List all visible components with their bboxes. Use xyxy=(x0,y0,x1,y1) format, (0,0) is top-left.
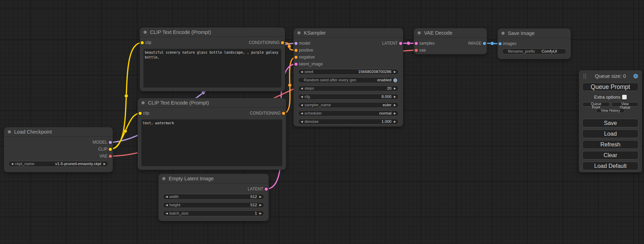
increment-arrow-icon[interactable]: ▶ xyxy=(394,102,396,108)
node-ksampler[interactable]: KSamplermodelLATENTpositivenegativelaten… xyxy=(294,28,403,126)
queue-panel: Queue size: 0 Queue Prompt Extra options… xyxy=(579,70,642,172)
ksampler-steps-widget[interactable]: ◀steps20▶ xyxy=(298,85,399,91)
clip-text-encode-negative-output-CONDITIONING-port[interactable] xyxy=(282,112,285,115)
widget-label: cfg xyxy=(305,94,310,99)
link-midpoint-dot[interactable] xyxy=(491,42,494,45)
ksampler-denoise-widget[interactable]: ◀denoise1.000▶ xyxy=(298,119,399,125)
node-ports: LATENT xyxy=(159,183,268,192)
empty-latent-height-widget[interactable]: ◀height512▶ xyxy=(163,202,264,208)
output-port-label: LATENT xyxy=(248,186,263,192)
decrement-arrow-icon[interactable]: ◀ xyxy=(11,161,13,166)
node-vae-decode[interactable]: VAE DecodesamplesIMAGEvae xyxy=(414,28,487,54)
link-midpoint-dot[interactable] xyxy=(288,45,291,48)
save-image-input-images-port[interactable] xyxy=(499,42,502,45)
increment-arrow-icon[interactable]: ▶ xyxy=(394,69,396,74)
refresh-button[interactable]: Refresh xyxy=(582,140,638,149)
increment-arrow-icon[interactable]: ▶ xyxy=(394,94,396,99)
node-collapse-dot[interactable] xyxy=(8,130,11,134)
ksampler-input-latent_image-port[interactable] xyxy=(294,63,298,66)
decrement-arrow-icon[interactable]: ◀ xyxy=(166,194,168,199)
output-port-label: VAE xyxy=(99,153,107,160)
empty-latent-batch_size-widget[interactable]: ◀batch_size1▶ xyxy=(163,210,264,216)
node-collapse-dot[interactable] xyxy=(297,31,301,35)
link-midpoint-dot[interactable] xyxy=(124,129,127,133)
increment-arrow-icon[interactable]: ▶ xyxy=(259,211,262,216)
empty-latent-width-widget[interactable]: ◀width512▶ xyxy=(163,194,264,200)
clip-text-encode-positive-output-CONDITIONING-port[interactable] xyxy=(281,41,284,44)
save-button[interactable]: Save xyxy=(582,119,638,127)
decrement-arrow-icon[interactable]: ◀ xyxy=(166,202,168,208)
node-empty-latent[interactable]: Empty Latent ImageLATENT◀width512▶◀heigh… xyxy=(159,174,268,221)
vae-decode-output-IMAGE-port[interactable] xyxy=(483,42,486,45)
ksampler-cfg-widget[interactable]: ◀cfg8.000▶ xyxy=(298,94,399,100)
widget-value: 512 xyxy=(250,202,257,208)
input-port-label: positive xyxy=(299,47,313,54)
ksampler-input-model-port[interactable] xyxy=(294,42,298,45)
clip-text-encode-positive-prompt-textarea[interactable]: beautiful scenery nature glass bottle la… xyxy=(143,49,281,88)
link-midpoint-dot[interactable] xyxy=(288,83,292,87)
increment-arrow-icon[interactable]: ▶ xyxy=(394,86,396,91)
node-collapse-dot[interactable] xyxy=(141,101,145,105)
link-midpoint-dot[interactable] xyxy=(125,94,128,98)
port-row: negative xyxy=(294,54,403,61)
node-save-image[interactable]: Save Imageimagesfilename_prefixComfyUI xyxy=(498,29,571,59)
increment-arrow-icon[interactable]: ▶ xyxy=(104,161,106,166)
node-title-bar: Save Image xyxy=(498,29,571,38)
decrement-arrow-icon[interactable]: ◀ xyxy=(301,69,303,74)
node-collapse-dot[interactable] xyxy=(162,177,166,180)
ksampler-sampler_name-widget[interactable]: ◀sampler_nameeuler▶ xyxy=(298,102,399,108)
increment-arrow-icon[interactable]: ▶ xyxy=(394,111,396,116)
load-button[interactable]: Load xyxy=(582,129,638,138)
load-checkpoint-output-MODEL-port[interactable] xyxy=(109,141,112,144)
node-load-checkpoint[interactable]: Load CheckpointMODELCLIPVAE◀ckpt_namev1-… xyxy=(4,127,113,172)
decrement-arrow-icon[interactable]: ◀ xyxy=(166,211,168,216)
load-default-button[interactable]: Load Default xyxy=(582,162,638,170)
node-clip-text-encode-negative[interactable]: CLIP Text Encode (Prompt)clipCONDITIONIN… xyxy=(138,98,286,170)
increment-arrow-icon[interactable]: ▶ xyxy=(394,119,396,124)
increment-arrow-icon[interactable]: ▶ xyxy=(259,194,262,199)
queue-front-button[interactable]: Queue Front xyxy=(582,102,610,107)
drag-handle-icon[interactable] xyxy=(583,74,586,79)
extra-options-label: Extra options xyxy=(594,94,620,100)
clip-text-encode-negative-input-clip-port[interactable] xyxy=(139,112,142,115)
decrement-arrow-icon[interactable]: ◀ xyxy=(301,94,303,99)
ksampler-input-positive-port[interactable] xyxy=(294,49,298,52)
queue-prompt-button[interactable]: Queue Prompt xyxy=(582,83,638,91)
ksampler-random-seed-after-every-gen-widget[interactable]: Random seed after every genenabled xyxy=(298,77,399,83)
node-title-bar: Load Checkpoint xyxy=(4,127,113,137)
clip-text-encode-negative-prompt-textarea[interactable]: text, watermark xyxy=(141,119,282,166)
save-image-filename_prefix-widget[interactable]: filename_prefixComfyUI xyxy=(502,48,566,54)
decrement-arrow-icon[interactable]: ◀ xyxy=(301,119,303,124)
node-collapse-dot[interactable] xyxy=(143,30,147,34)
link-midpoint-dot[interactable] xyxy=(407,42,410,45)
extra-options-checkbox[interactable] xyxy=(622,95,627,99)
view-queue-button[interactable]: View Queue xyxy=(611,102,638,107)
decrement-arrow-icon[interactable]: ◀ xyxy=(301,102,303,108)
node-clip-text-encode-positive[interactable]: CLIP Text Encode (Prompt)clipCONDITIONIN… xyxy=(140,28,285,91)
node-collapse-dot[interactable] xyxy=(501,31,505,35)
ksampler-output-LATENT-port[interactable] xyxy=(399,42,402,45)
ksampler-input-negative-port[interactable] xyxy=(294,56,298,59)
node-ports: MODELCLIPVAE xyxy=(4,137,113,160)
empty-latent-output-LATENT-port[interactable] xyxy=(265,188,268,191)
vae-decode-input-vae-port[interactable] xyxy=(415,49,418,52)
comfyui-canvas[interactable]: Load CheckpointMODELCLIPVAE◀ckpt_namev1-… xyxy=(0,0,644,244)
clip-text-encode-positive-input-clip-port[interactable] xyxy=(141,41,144,44)
load-checkpoint-ckpt_name-widget[interactable]: ◀ckpt_namev1-5-pruned-emaonly.ckpt▶ xyxy=(8,161,108,167)
node-collapse-dot[interactable] xyxy=(417,31,421,35)
vae-decode-input-samples-port[interactable] xyxy=(415,42,418,45)
decrement-arrow-icon[interactable]: ◀ xyxy=(301,86,303,91)
widget-value: 20 xyxy=(387,86,391,91)
ksampler-seed-widget[interactable]: ◀seed156680208700286▶ xyxy=(298,69,399,75)
clear-button[interactable]: Clear xyxy=(582,151,638,160)
link-midpoint-dot[interactable] xyxy=(202,91,205,94)
view-history-button[interactable]: View History xyxy=(596,108,624,113)
queue-size-label: Queue size: 0 xyxy=(582,70,638,82)
load-checkpoint-output-CLIP-port[interactable] xyxy=(109,148,112,151)
ksampler-scheduler-widget[interactable]: ◀schedulernormal▶ xyxy=(298,110,399,116)
load-checkpoint-output-VAE-port[interactable] xyxy=(109,155,112,158)
increment-arrow-icon[interactable]: ▶ xyxy=(259,202,262,208)
decrement-arrow-icon[interactable]: ◀ xyxy=(301,111,303,116)
toggle-dot[interactable] xyxy=(393,78,397,82)
settings-gear-icon[interactable] xyxy=(633,73,638,79)
